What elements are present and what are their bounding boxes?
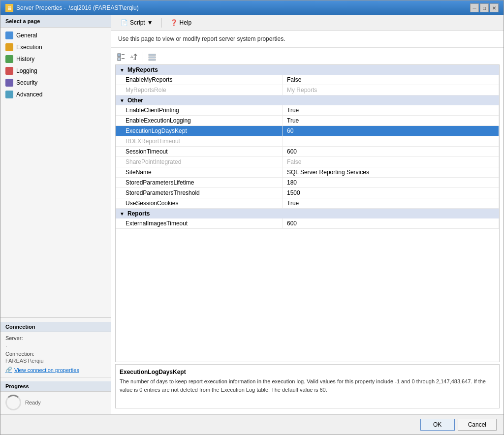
grid-cell-name-sessiontimeout: SessionTimeout	[116, 147, 283, 156]
grid-row-sharepointintegrated[interactable]: SharePointIntegratedFalse	[116, 157, 499, 167]
grid-row-usesessioncookies[interactable]: UseSessionCookiesTrue	[116, 198, 499, 209]
sidebar-item-execution-label: Execution	[16, 44, 42, 51]
categorize-button[interactable]	[115, 52, 127, 62]
properties-icon	[148, 53, 156, 61]
grid-row-enableexecutionlogging[interactable]: EnableExecutionLoggingTrue	[116, 116, 499, 126]
progress-area: Ready	[5, 395, 106, 410]
view-connection-link[interactable]: 🔗 View connection properties	[5, 367, 106, 373]
sidebar-item-general[interactable]: General	[0, 30, 111, 41]
execution-icon	[5, 43, 13, 51]
group-toggle-reports: ▼	[119, 210, 126, 217]
grid-row-sessiontimeout[interactable]: SessionTimeout600	[116, 147, 499, 157]
grid-cell-value-usesessioncookies: True	[283, 198, 499, 208]
server-value: .	[5, 342, 106, 348]
script-icon: 📄	[121, 19, 128, 26]
prop-desc-text: The number of days to keep report execut…	[120, 377, 495, 394]
grid-cell-name-rdlxreporttimeout: RDLXReportTimeout	[116, 136, 283, 146]
grid-cell-value-enablemyreports: False	[283, 75, 499, 85]
advanced-icon	[5, 91, 13, 98]
ok-button[interactable]: OK	[420, 419, 455, 431]
svg-rect-1	[118, 58, 121, 61]
grid-row-sitename[interactable]: SiteNameSQL Server Reporting Services	[116, 167, 499, 178]
sort-icon: A Z	[130, 53, 138, 61]
grid-row-enablemyreports[interactable]: EnableMyReportsFalse	[116, 75, 499, 85]
sidebar-item-logging-label: Logging	[16, 67, 37, 74]
grid-cell-name-sitename: SiteName	[116, 167, 283, 177]
sidebar-item-execution[interactable]: Execution	[0, 41, 111, 53]
sidebar-item-advanced[interactable]: Advanced	[0, 89, 111, 100]
sidebar-item-security-label: Security	[16, 79, 37, 86]
group-label-myreports: MyReports	[127, 66, 158, 73]
sidebar-item-advanced-label: Advanced	[16, 91, 42, 98]
help-button[interactable]: ❓ Help	[166, 17, 196, 28]
page-description: Use this page to view or modify report s…	[111, 31, 504, 48]
sidebar-nav: General Execution History Logging Securi…	[0, 28, 111, 317]
categorize-icon	[117, 53, 125, 61]
prop-description-box: ExecutionLogDaysKept The number of days …	[115, 364, 500, 408]
server-label: Server:	[5, 335, 106, 341]
connection-section: Connection Server: . Connection: FAREAST…	[0, 317, 111, 377]
cancel-button[interactable]: Cancel	[458, 419, 497, 431]
grid-cell-name-enableexecutionlogging: EnableExecutionLogging	[116, 116, 283, 125]
sidebar-item-general-label: General	[16, 32, 37, 39]
svg-rect-9	[149, 59, 156, 61]
grid-cell-value-sitename: SQL Server Reporting Services	[283, 167, 499, 177]
logging-icon	[5, 67, 13, 75]
grid-row-storedparameterslifetime[interactable]: StoredParametersLifetime180	[116, 178, 499, 188]
security-icon	[5, 79, 13, 87]
grid-cell-value-enableclientprinting: True	[283, 105, 499, 115]
grid-cell-value-storedparameterslifetime: 180	[283, 178, 499, 187]
grid-cell-name-usesessioncookies: UseSessionCookies	[116, 198, 283, 208]
grid-cell-name-storedparameterslifetime: StoredParametersLifetime	[116, 178, 283, 187]
main-toolbar: 📄 Script ▼ ❓ Help	[111, 15, 504, 31]
group-label-reports: Reports	[127, 210, 150, 217]
property-grid[interactable]: ▼ MyReports EnableMyReportsFalseMyReport…	[116, 65, 499, 362]
grid-group-other[interactable]: ▼ Other	[116, 95, 499, 105]
grid-row-externalimagestimeout[interactable]: ExternalImagesTimeout600	[116, 218, 499, 229]
grid-cell-value-executionlogdayskept[interactable]: 60	[283, 126, 499, 136]
sidebar-item-history[interactable]: History	[0, 53, 111, 65]
script-button[interactable]: 📄 Script ▼	[116, 17, 158, 28]
content-area: 📄 Script ▼ ❓ Help Use this page to view …	[111, 15, 504, 414]
prop-desc-title: ExecutionLogDaysKept	[120, 369, 495, 375]
grid-row-enableclientprinting[interactable]: EnableClientPrintingTrue	[116, 105, 499, 116]
group-toggle-myreports: ▼	[119, 66, 126, 73]
connection-label: Connection:	[5, 351, 106, 357]
grid-row-executionlogdayskept[interactable]: ExecutionLogDaysKept60	[116, 126, 499, 136]
property-grid-container: ▼ MyReports EnableMyReportsFalseMyReport…	[115, 64, 500, 362]
grid-cell-value-sharepointintegrated: False	[283, 157, 499, 167]
grid-cell-name-externalimagestimeout: ExternalImagesTimeout	[116, 218, 283, 228]
connection-header: Connection	[0, 322, 111, 332]
main-content: Select a page General Execution History …	[0, 15, 504, 414]
main-window: 🖥 Server Properties - .\sql2016 (FAREAST…	[0, 0, 504, 435]
grid-row-myreportsrole[interactable]: MyReportsRoleMy Reports	[116, 85, 499, 95]
script-dropdown-icon: ▼	[147, 19, 153, 26]
properties-button[interactable]	[146, 52, 158, 62]
window-title: Server Properties - .\sql2016 (FAREAST\e…	[16, 4, 139, 11]
svg-rect-0	[118, 54, 121, 57]
sidebar-item-security[interactable]: Security	[0, 77, 111, 89]
sidebar-item-logging[interactable]: Logging	[0, 65, 111, 77]
grid-group-myreports[interactable]: ▼ MyReports	[116, 65, 499, 75]
close-button[interactable]: ✕	[490, 3, 499, 12]
grid-row-rdlxreporttimeout[interactable]: RDLXReportTimeout	[116, 136, 499, 147]
progress-spinner	[5, 395, 21, 410]
footer: OK Cancel	[0, 414, 504, 435]
help-icon: ❓	[170, 19, 178, 26]
grid-toolbar: A Z	[111, 50, 504, 64]
group-toggle-other: ▼	[119, 97, 126, 104]
history-icon	[5, 55, 13, 63]
grid-cell-value-myreportsrole: My Reports	[283, 85, 499, 95]
connection-value: FAREAST\erqiu	[5, 358, 106, 364]
title-controls: ─ □ ✕	[470, 3, 499, 12]
grid-group-reports[interactable]: ▼ Reports	[116, 209, 499, 218]
sort-button[interactable]: A Z	[128, 52, 140, 62]
app-icon: 🖥	[5, 4, 13, 12]
minimize-button[interactable]: ─	[470, 3, 479, 12]
grid-row-storedparametersthreshold[interactable]: StoredParametersThreshold1500	[116, 188, 499, 198]
title-bar: 🖥 Server Properties - .\sql2016 (FAREAST…	[0, 0, 504, 15]
script-label: Script	[130, 19, 145, 26]
grid-cell-value-sessiontimeout: 600	[283, 147, 499, 156]
restore-button[interactable]: □	[480, 3, 489, 12]
toolbar-divider	[161, 18, 162, 28]
